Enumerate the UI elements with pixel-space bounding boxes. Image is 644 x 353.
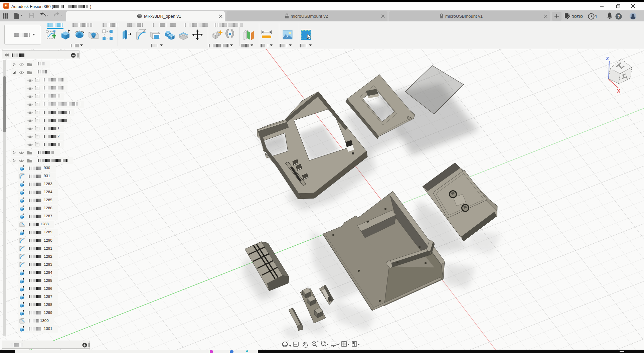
svg-text:Z: Z (606, 55, 609, 61)
svg-text:?: ? (617, 14, 620, 19)
svg-text:10/10: 10/10 (572, 14, 583, 19)
svg-text:X: X (617, 88, 620, 94)
svg-text:1: 1 (595, 14, 597, 19)
